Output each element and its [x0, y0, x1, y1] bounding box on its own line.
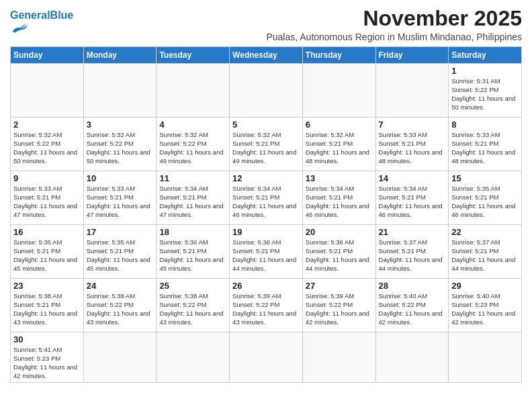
- logo: GeneralBlue: [10, 7, 73, 34]
- day-info: Sunrise: 5:32 AM Sunset: 5:22 PM Dayligh…: [13, 131, 81, 165]
- weekday-header: Tuesday: [157, 47, 230, 64]
- day-info: Sunrise: 5:32 AM Sunset: 5:22 PM Dayligh…: [159, 131, 226, 165]
- day-info: Sunrise: 5:36 AM Sunset: 5:21 PM Dayligh…: [232, 238, 300, 273]
- calendar-cell: 21Sunrise: 5:37 AM Sunset: 5:21 PM Dayli…: [375, 225, 449, 279]
- calendar-table: SundayMondayTuesdayWednesdayThursdayFrid…: [10, 46, 522, 383]
- calendar-cell: 13Sunrise: 5:34 AM Sunset: 5:21 PM Dayli…: [302, 171, 375, 225]
- weekday-header: Monday: [83, 47, 157, 64]
- day-number: 12: [232, 173, 300, 183]
- calendar-cell: 12Sunrise: 5:34 AM Sunset: 5:21 PM Dayli…: [230, 171, 303, 225]
- calendar-week-row: 30Sunrise: 5:41 AM Sunset: 5:23 PM Dayli…: [11, 332, 522, 383]
- calendar-cell: [230, 64, 303, 118]
- day-info: Sunrise: 5:31 AM Sunset: 5:22 PM Dayligh…: [451, 77, 519, 111]
- day-info: Sunrise: 5:32 AM Sunset: 5:21 PM Dayligh…: [306, 131, 373, 165]
- day-info: Sunrise: 5:40 AM Sunset: 5:22 PM Dayligh…: [379, 292, 446, 326]
- calendar-cell: [11, 64, 84, 118]
- calendar-cell: 18Sunrise: 5:36 AM Sunset: 5:21 PM Dayli…: [157, 225, 230, 279]
- day-info: Sunrise: 5:35 AM Sunset: 5:21 PM Dayligh…: [451, 185, 519, 219]
- title-area: November 2025 Pualas, Autonomous Region …: [73, 7, 522, 42]
- day-info: Sunrise: 5:39 AM Sunset: 5:22 PM Dayligh…: [232, 292, 300, 326]
- weekday-header: Saturday: [449, 47, 522, 64]
- day-info: Sunrise: 5:32 AM Sunset: 5:22 PM Dayligh…: [87, 131, 154, 165]
- calendar-cell: 20Sunrise: 5:36 AM Sunset: 5:21 PM Dayli…: [302, 225, 375, 279]
- day-number: 9: [13, 173, 81, 183]
- calendar-cell: 30Sunrise: 5:41 AM Sunset: 5:23 PM Dayli…: [11, 332, 84, 383]
- calendar-cell: 11Sunrise: 5:34 AM Sunset: 5:21 PM Dayli…: [157, 171, 230, 225]
- calendar-cell: [375, 332, 449, 383]
- day-info: Sunrise: 5:40 AM Sunset: 5:23 PM Dayligh…: [451, 292, 519, 326]
- day-info: Sunrise: 5:33 AM Sunset: 5:21 PM Dayligh…: [13, 185, 81, 219]
- day-number: 28: [379, 281, 446, 291]
- calendar-week-row: 9Sunrise: 5:33 AM Sunset: 5:21 PM Daylig…: [11, 171, 522, 225]
- calendar-cell: [230, 332, 303, 383]
- day-info: Sunrise: 5:34 AM Sunset: 5:21 PM Dayligh…: [232, 185, 300, 219]
- calendar-cell: 25Sunrise: 5:38 AM Sunset: 5:22 PM Dayli…: [157, 279, 230, 332]
- day-number: 26: [232, 281, 300, 291]
- day-number: 2: [13, 120, 81, 130]
- day-number: 22: [451, 227, 519, 237]
- logo-general: General: [10, 9, 50, 21]
- day-number: 8: [451, 120, 519, 130]
- day-info: Sunrise: 5:38 AM Sunset: 5:21 PM Dayligh…: [13, 292, 81, 326]
- weekday-header: Sunday: [11, 47, 84, 64]
- day-number: 3: [87, 120, 154, 130]
- calendar-cell: 19Sunrise: 5:36 AM Sunset: 5:21 PM Dayli…: [230, 225, 303, 279]
- calendar-cell: 6Sunrise: 5:32 AM Sunset: 5:21 PM Daylig…: [302, 118, 375, 171]
- calendar-cell: [302, 64, 375, 118]
- day-number: 16: [13, 227, 81, 237]
- day-info: Sunrise: 5:39 AM Sunset: 5:22 PM Dayligh…: [306, 292, 373, 326]
- weekday-header: Wednesday: [230, 47, 303, 64]
- day-number: 24: [87, 281, 154, 291]
- calendar-cell: 10Sunrise: 5:33 AM Sunset: 5:21 PM Dayli…: [83, 171, 157, 225]
- calendar-cell: 27Sunrise: 5:39 AM Sunset: 5:22 PM Dayli…: [302, 279, 375, 332]
- day-info: Sunrise: 5:38 AM Sunset: 5:22 PM Dayligh…: [159, 292, 226, 326]
- day-info: Sunrise: 5:33 AM Sunset: 5:21 PM Dayligh…: [451, 131, 519, 165]
- calendar-cell: 2Sunrise: 5:32 AM Sunset: 5:22 PM Daylig…: [11, 118, 84, 171]
- calendar-cell: 29Sunrise: 5:40 AM Sunset: 5:23 PM Dayli…: [449, 279, 522, 332]
- calendar-cell: [302, 332, 375, 383]
- calendar-cell: 3Sunrise: 5:32 AM Sunset: 5:22 PM Daylig…: [83, 118, 157, 171]
- calendar-cell: 23Sunrise: 5:38 AM Sunset: 5:21 PM Dayli…: [11, 279, 84, 332]
- day-number: 17: [87, 227, 154, 237]
- day-number: 27: [306, 281, 373, 291]
- day-info: Sunrise: 5:33 AM Sunset: 5:21 PM Dayligh…: [87, 185, 154, 219]
- day-info: Sunrise: 5:34 AM Sunset: 5:21 PM Dayligh…: [159, 185, 226, 219]
- day-info: Sunrise: 5:36 AM Sunset: 5:21 PM Dayligh…: [159, 238, 226, 273]
- day-info: Sunrise: 5:34 AM Sunset: 5:21 PM Dayligh…: [379, 185, 446, 219]
- day-info: Sunrise: 5:35 AM Sunset: 5:21 PM Dayligh…: [13, 238, 81, 273]
- day-number: 10: [87, 173, 154, 183]
- day-info: Sunrise: 5:38 AM Sunset: 5:22 PM Dayligh…: [87, 292, 154, 326]
- day-info: Sunrise: 5:36 AM Sunset: 5:21 PM Dayligh…: [306, 238, 373, 273]
- calendar-cell: 24Sunrise: 5:38 AM Sunset: 5:22 PM Dayli…: [83, 279, 157, 332]
- day-number: 14: [379, 173, 446, 183]
- calendar-cell: [83, 64, 157, 118]
- calendar-cell: 1Sunrise: 5:31 AM Sunset: 5:22 PM Daylig…: [449, 64, 522, 118]
- day-number: 15: [451, 173, 519, 183]
- day-number: 30: [13, 334, 81, 345]
- calendar-cell: 28Sunrise: 5:40 AM Sunset: 5:22 PM Dayli…: [375, 279, 449, 332]
- day-number: 7: [379, 120, 446, 130]
- day-number: 11: [159, 173, 226, 183]
- calendar-week-row: 23Sunrise: 5:38 AM Sunset: 5:21 PM Dayli…: [11, 279, 522, 332]
- day-number: 29: [451, 281, 519, 291]
- calendar-cell: 14Sunrise: 5:34 AM Sunset: 5:21 PM Dayli…: [375, 171, 449, 225]
- day-info: Sunrise: 5:33 AM Sunset: 5:21 PM Dayligh…: [379, 131, 446, 165]
- day-number: 23: [13, 281, 81, 291]
- day-number: 4: [159, 120, 226, 130]
- day-number: 20: [306, 227, 373, 237]
- page-header: GeneralBlue November 2025 Pualas, Autono…: [10, 7, 522, 42]
- day-number: 13: [306, 173, 373, 183]
- logo-blue: Blue: [50, 9, 74, 21]
- day-info: Sunrise: 5:41 AM Sunset: 5:23 PM Dayligh…: [13, 346, 81, 380]
- day-info: Sunrise: 5:35 AM Sunset: 5:21 PM Dayligh…: [87, 238, 154, 273]
- day-number: 5: [232, 120, 300, 130]
- day-number: 1: [451, 66, 519, 76]
- calendar-cell: 5Sunrise: 5:32 AM Sunset: 5:21 PM Daylig…: [230, 118, 303, 171]
- calendar-week-row: 2Sunrise: 5:32 AM Sunset: 5:22 PM Daylig…: [11, 118, 522, 171]
- day-info: Sunrise: 5:37 AM Sunset: 5:21 PM Dayligh…: [451, 238, 519, 273]
- calendar-cell: 9Sunrise: 5:33 AM Sunset: 5:21 PM Daylig…: [11, 171, 84, 225]
- calendar-cell: 16Sunrise: 5:35 AM Sunset: 5:21 PM Dayli…: [11, 225, 84, 279]
- day-number: 19: [232, 227, 300, 237]
- calendar-cell: 17Sunrise: 5:35 AM Sunset: 5:21 PM Dayli…: [83, 225, 157, 279]
- calendar-cell: 7Sunrise: 5:33 AM Sunset: 5:21 PM Daylig…: [375, 118, 449, 171]
